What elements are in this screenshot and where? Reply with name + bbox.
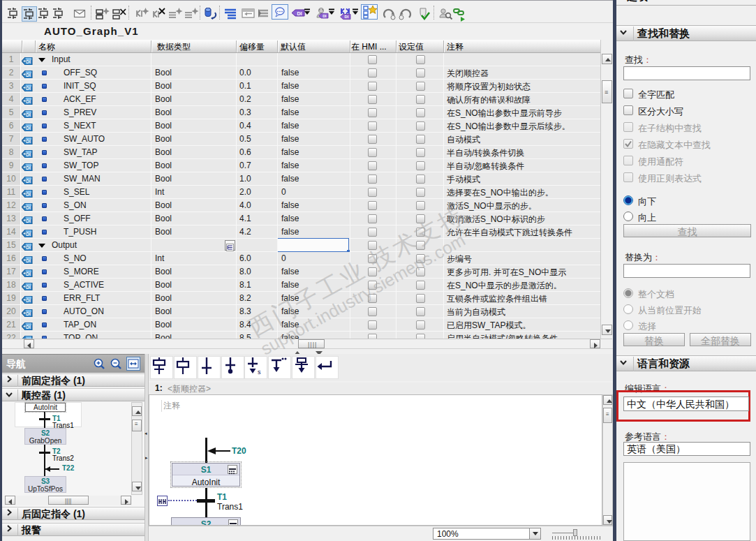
svg-text:DI: DI	[26, 298, 31, 303]
svg-text:DI: DI	[26, 99, 31, 104]
svg-text:DI: DI	[26, 272, 31, 276]
svg-text:DI: DI	[26, 59, 31, 64]
svg-text:s: s	[258, 369, 261, 375]
svg-text:DI: DI	[26, 112, 31, 117]
svg-text:DI: DI	[26, 258, 31, 263]
svg-text:DI: DI	[26, 311, 31, 316]
svg-text:DI: DI	[26, 165, 31, 170]
svg-text:DI: DI	[26, 285, 31, 290]
svg-text:DI: DI	[26, 86, 31, 91]
svg-text:DI: DI	[26, 139, 31, 144]
svg-text:DI: DI	[26, 73, 31, 77]
svg-text:DI: DI	[26, 126, 31, 131]
svg-text:DI: DI	[26, 325, 31, 329]
svg-text:DI: DI	[26, 232, 31, 237]
svg-text:DI: DI	[26, 245, 31, 250]
svg-text:DI: DI	[26, 179, 31, 184]
svg-text:DI: DI	[26, 205, 31, 210]
svg-text:DI: DI	[26, 192, 31, 197]
svg-text:DI: DI	[26, 152, 31, 157]
svg-text:DI: DI	[26, 218, 31, 223]
